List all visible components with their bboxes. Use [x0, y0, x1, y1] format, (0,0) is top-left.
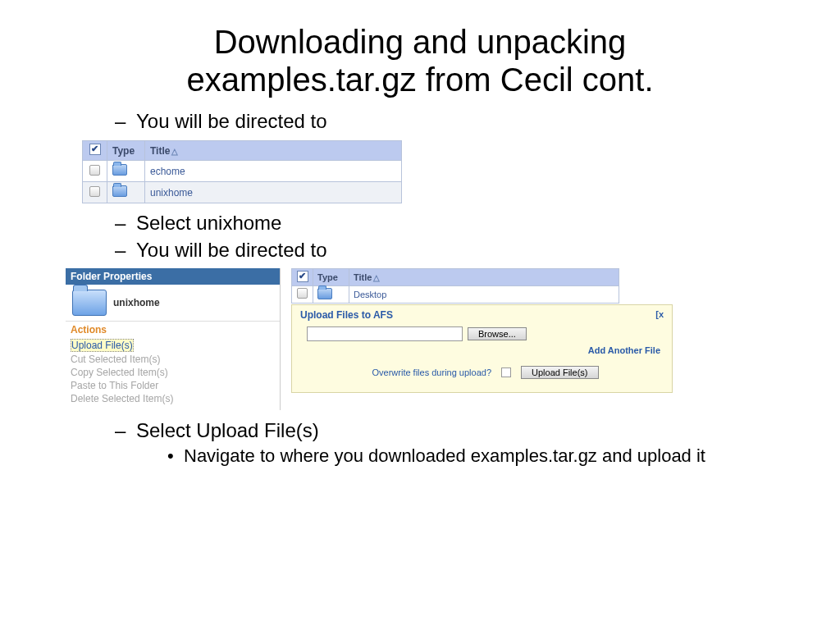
upload-dialog-title: Upload Files to AFS	[300, 309, 393, 321]
properties-header: Folder Properties	[66, 268, 280, 285]
header-type[interactable]: Type	[107, 141, 145, 161]
header-title[interactable]: Title△	[349, 268, 619, 285]
sort-asc-icon: △	[171, 147, 178, 156]
action-copy[interactable]: Copy Selected Item(s)	[66, 366, 276, 379]
action-paste[interactable]: Paste to This Folder	[66, 379, 276, 392]
table-row[interactable]: unixhome	[83, 182, 402, 203]
folder-contents-table: Type Title△ Desktop	[291, 268, 619, 304]
checkbox-icon[interactable]	[89, 186, 100, 197]
check-icon	[297, 271, 308, 282]
browse-button[interactable]: Browse...	[468, 327, 527, 340]
file-path-input[interactable]	[307, 326, 463, 341]
action-upload[interactable]: Upload File(s)	[71, 339, 134, 352]
close-icon[interactable]: [x	[655, 309, 664, 321]
folder-with-upload-screenshot: Folder Properties unixhome Actions Uploa…	[66, 268, 623, 408]
sub-bullet: Navigate to where you downloaded example…	[167, 445, 774, 468]
row-title[interactable]: Desktop	[349, 285, 619, 303]
bullet: Select Upload File(s) Navigate to where …	[115, 418, 774, 468]
header-title[interactable]: Title△	[145, 141, 402, 161]
header-check-cell[interactable]	[292, 268, 313, 285]
action-cut[interactable]: Cut Selected Item(s)	[66, 353, 276, 366]
folder-listing-table: Type Title△ echome unixhome	[82, 140, 402, 203]
table-row[interactable]: Desktop	[292, 285, 619, 303]
checkbox-icon[interactable]	[297, 288, 308, 299]
upload-files-button[interactable]: Upload File(s)	[521, 366, 598, 379]
folder-icon	[72, 290, 107, 316]
checkbox-icon[interactable]	[89, 165, 100, 176]
overwrite-label: Overwrite files during upload?	[372, 368, 492, 377]
bullet: Select unixhome	[115, 210, 774, 235]
row-title[interactable]: unixhome	[145, 182, 402, 203]
row-title[interactable]: echome	[145, 161, 402, 182]
folder-name: unixhome	[113, 297, 160, 308]
actions-header: Actions	[66, 321, 280, 338]
bullet: You will be directed to	[115, 108, 774, 134]
sort-asc-icon: △	[373, 273, 380, 282]
action-delete[interactable]: Delete Selected Item(s)	[66, 392, 276, 405]
upload-dialog: Upload Files to AFS [x Browse... Add Ano…	[291, 304, 673, 393]
check-icon	[89, 144, 101, 155]
bullet: You will be directed to	[115, 237, 774, 262]
folder-properties-panel: Folder Properties unixhome Actions Uploa…	[66, 268, 281, 410]
header-check-cell[interactable]	[83, 141, 107, 161]
folder-icon	[317, 288, 332, 299]
folder-icon	[112, 185, 127, 197]
slide-title: Downloading and unpacking examples.tar.g…	[100, 23, 740, 98]
add-another-file-link[interactable]: Add Another File	[588, 345, 660, 355]
header-type[interactable]: Type	[313, 268, 349, 285]
folder-icon	[112, 164, 127, 176]
table-row[interactable]: echome	[83, 161, 402, 182]
overwrite-checkbox[interactable]	[501, 368, 511, 377]
